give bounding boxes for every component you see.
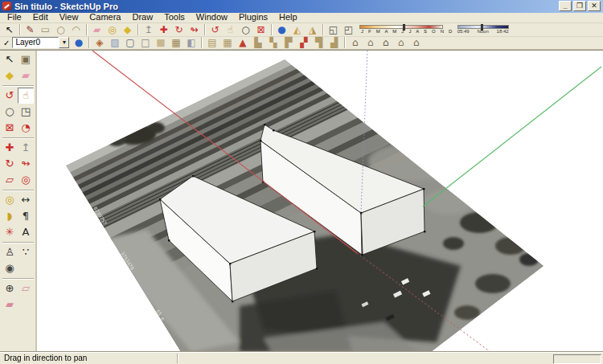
zoom-extents-button[interactable]: ⊠ [253,23,269,36]
plugin-house-4-button[interactable]: ⌂ [393,36,408,49]
protractor-button[interactable]: ◗ [2,208,18,224]
plugin-house-5-button[interactable]: ⌂ [408,36,424,49]
eraser-button[interactable]: ▰ [18,67,34,84]
zoom-extents-button[interactable]: ⊠ [2,120,18,136]
make-component-button[interactable]: ▣ [18,51,34,67]
rectangle-button[interactable]: ▭ [38,23,53,36]
text-button[interactable]: ¶ [18,208,34,224]
follow-me-button[interactable]: ↬ [187,23,202,36]
select-button[interactable]: ↖ [2,23,17,36]
date-slider-bar[interactable] [359,25,443,29]
plugin-house-2-button[interactable]: ⌂ [363,36,378,49]
close-button[interactable]: ✕ [588,1,601,11]
terrain-flip-edge-button[interactable]: ▞ [296,36,311,49]
arc-button[interactable]: ◠ [68,23,84,36]
style-xray-button[interactable]: ▨ [107,36,122,49]
get-models-icon: ◮ [309,23,316,36]
component-button[interactable]: ◈ [92,36,107,49]
eraser-button[interactable]: ▰ [89,23,105,36]
terrain-add-detail-button[interactable]: ▛ [281,36,296,49]
pan-button[interactable]: ☝ [18,88,34,104]
menu-file[interactable]: File [2,12,27,22]
paint-bucket-button[interactable]: ◆ [2,67,18,84]
menu-edit[interactable]: Edit [27,12,54,22]
rotate-button[interactable]: ↻ [2,156,18,172]
plugin-house-3-button[interactable]: ⌂ [378,36,393,49]
menu-camera[interactable]: Camera [84,12,126,22]
date-slider-thumb[interactable] [403,24,405,31]
circle-button[interactable]: ○ [53,23,68,36]
section-rotate-button[interactable]: ⊕ [2,280,18,297]
zoom-window-button[interactable]: ◳ [18,104,34,120]
style-shaded-button[interactable]: ■ [153,36,168,49]
paint-bucket-button[interactable]: ◆ [120,23,135,36]
terrain-stamp-button[interactable]: ▙ [250,36,265,49]
layer-visible-check-icon[interactable]: ✓ [3,39,10,47]
position-camera-button[interactable]: ♙ [2,244,18,260]
zoom-previous-button[interactable]: ◔ [18,120,34,136]
toggle-terrain-button[interactable]: ◭ [289,23,305,36]
time-slider-thumb[interactable] [481,24,483,31]
zoom-button[interactable]: ○ [2,104,18,120]
line-button[interactable]: ✎ [23,23,38,36]
pan-button[interactable]: ☝ [223,23,238,36]
menu-draw[interactable]: Draw [126,12,158,22]
3d-text-button[interactable]: A [18,224,34,240]
layer-manager-button[interactable]: ● [71,36,86,49]
terrain-from-scratch-button[interactable]: ▦ [219,36,235,49]
style-hidden-line-icon: □ [141,36,150,49]
get-models-button[interactable]: ◮ [305,23,320,36]
shadow-time-slider[interactable]: 05:49 Noon 18:42 [457,25,509,35]
shadow-date-slider[interactable]: J F M A M J J A S O N D [359,25,454,35]
offset-button[interactable]: ◎ [18,172,34,188]
viewport-canvas[interactable]: 0239757 3753470 65 m [37,51,601,352]
maximize-button[interactable]: ❐ [573,1,586,11]
style-monochrome-button[interactable]: ◧ [183,36,199,49]
orbit-button[interactable]: ↺ [207,23,223,36]
menu-view[interactable]: View [54,12,84,22]
measurements-box[interactable] [553,354,601,364]
plugin-house-1-button[interactable]: ⌂ [347,36,363,49]
layer-dropdown-arrow-icon[interactable]: ▼ [59,37,69,48]
move-button[interactable]: ✚ [2,140,18,156]
terrain-from-contours-button[interactable]: ▤ [204,36,219,49]
push-pull-button[interactable]: ↥ [141,23,156,36]
menu-plugins[interactable]: Plugins [233,12,273,22]
follow-me-button[interactable]: ↬ [18,156,34,172]
scale-button[interactable]: ▱ [2,172,18,188]
terrain-drape-button[interactable]: ▚ [265,36,281,49]
style-wireframe-button[interactable]: ▢ [122,36,137,49]
terrain-tool-9-button[interactable]: ▟ [326,36,342,49]
terrain-smoove-button[interactable]: ▲ [235,36,250,49]
look-around-button[interactable]: ◉ [2,260,18,276]
menu-window[interactable]: Window [191,12,233,22]
dimension-button[interactable]: ↔ [18,192,34,208]
orbit-button[interactable]: ↺ [2,88,18,104]
rotate-icon: ↻ [174,23,183,36]
move-button[interactable]: ✚ [156,23,171,36]
push-pull-button[interactable]: ↥ [18,140,34,156]
rotate-button[interactable]: ↻ [171,23,187,36]
tape-measure-button[interactable]: ◎ [105,23,120,36]
menu-help[interactable]: Help [273,12,303,22]
get-current-view-button[interactable]: ● [274,23,289,36]
shadow-toggle-button[interactable]: ◰ [341,23,356,36]
layer-select[interactable]: Layer0 [12,37,59,48]
axes-button[interactable]: ✳ [2,224,18,240]
minimize-button[interactable]: _ [559,1,572,11]
time-slider-bar[interactable] [457,25,509,29]
model-viewport[interactable]: 0239757 3753470 65 m [37,51,603,352]
menu-tools[interactable]: Tools [158,12,191,22]
style-textured-button[interactable]: ▦ [168,36,183,49]
zoom-button[interactable]: ○ [238,23,253,36]
section-fill-button[interactable]: ▰ [2,297,18,313]
style-hidden-line-button[interactable]: □ [137,36,153,49]
terrain-tool-8-button[interactable]: ▜ [311,36,326,49]
walk-button[interactable]: ∵ [18,244,34,260]
section-plane-button[interactable]: ▱ [18,280,34,297]
protractor-icon: ◗ [7,208,13,224]
select-button[interactable]: ↖ [2,51,18,67]
tape-measure-button[interactable]: ◎ [2,192,18,208]
layer-combo: ✓ Layer0 ▼ [3,37,69,48]
shadow-settings-button[interactable]: ◱ [326,23,341,36]
